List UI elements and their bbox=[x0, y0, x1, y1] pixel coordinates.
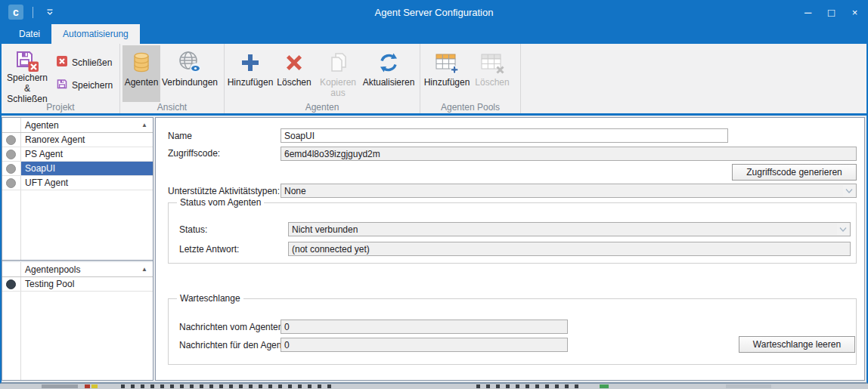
clear-queue-button[interactable]: Warteschlange leeren bbox=[739, 336, 855, 353]
ribbon-group-label: Ansicht bbox=[120, 102, 224, 113]
pools-list-header[interactable]: Agentenpools ▲ bbox=[2, 262, 153, 277]
groupbox-title: Status vom Agenten bbox=[177, 197, 264, 208]
close-button[interactable]: × bbox=[843, 0, 866, 24]
agent-status-dot-icon bbox=[6, 135, 16, 145]
view-connections-button[interactable]: Verbindungen bbox=[160, 45, 219, 102]
list-item-soapui[interactable]: SoapUI bbox=[2, 162, 153, 176]
refresh-icon bbox=[377, 48, 401, 78]
ribbon-group-agenten: Hinzufügen Löschen Kopieren aus bbox=[225, 44, 420, 113]
sort-ascending-icon: ▲ bbox=[141, 266, 147, 273]
database-icon bbox=[129, 48, 153, 78]
ribbon-group-label: Agenten Pools bbox=[420, 102, 520, 113]
status-label: Status: bbox=[179, 224, 207, 235]
agent-delete-button[interactable]: Löschen bbox=[274, 45, 315, 102]
chevron-down-icon bbox=[843, 185, 855, 196]
pool-status-dot-icon bbox=[6, 279, 16, 289]
agent-refresh-button[interactable]: Aktualisieren bbox=[361, 45, 416, 102]
name-input[interactable] bbox=[281, 128, 728, 143]
queue-groupbox: Warteschlange Nachrichten vom Agenten: 0… bbox=[168, 298, 857, 365]
pools-list: Agentenpools ▲ Testing Pool bbox=[2, 262, 153, 380]
agent-status-dot-icon bbox=[6, 150, 16, 159]
ribbon-group-label: Agenten bbox=[225, 102, 420, 113]
pool-add-button[interactable]: Hinzufügen bbox=[423, 45, 471, 102]
groupbox-title: Warteschlange bbox=[177, 293, 243, 304]
accesscode-field: 6emd4l8o39izgjguyd2m bbox=[281, 147, 857, 161]
view-agents-button[interactable]: Agenten bbox=[122, 45, 160, 102]
last-answer-label: Letzte Antwort: bbox=[179, 244, 239, 255]
close-project-icon bbox=[56, 55, 68, 69]
accesscode-label: Zugriffscode: bbox=[168, 148, 220, 159]
ribbon-group-label: Projekt bbox=[2, 102, 119, 113]
window-title: Agent Server Configuration bbox=[2, 0, 866, 24]
background-fragment bbox=[85, 384, 90, 388]
globe-connections-icon bbox=[177, 48, 203, 78]
background-fragment bbox=[91, 384, 98, 388]
title-bar: c Agent Server Configuration ─ □ × bbox=[2, 0, 866, 24]
last-answer-field: (not connected yet) bbox=[288, 242, 851, 256]
sidebar: Agenten ▲ Ranorex Agent PS Agent SoapUI bbox=[2, 117, 153, 381]
background-fragment bbox=[121, 384, 333, 388]
table-add-icon bbox=[434, 48, 460, 78]
background-fragment bbox=[726, 384, 771, 388]
messages-from-agent-field: 0 bbox=[281, 320, 568, 334]
add-plus-icon bbox=[238, 48, 262, 78]
copy-pages-icon bbox=[326, 48, 350, 78]
ribbon-group-projekt: Speichern & Schließen Schließen Speicher… bbox=[2, 44, 120, 113]
app-icon[interactable]: c bbox=[8, 5, 23, 20]
save-and-close-button[interactable]: Speichern & Schließen bbox=[4, 45, 51, 102]
background-window-sliver bbox=[0, 384, 868, 389]
agent-copy-from-button: Kopieren aus bbox=[315, 45, 361, 102]
maximize-button[interactable]: □ bbox=[820, 0, 843, 24]
ribbon: Speichern & Schließen Schließen Speicher… bbox=[2, 44, 866, 116]
qat-separator bbox=[33, 7, 33, 18]
ribbon-tab-row: Datei Automatisierung bbox=[2, 24, 866, 44]
list-item-ranorex-agent[interactable]: Ranorex Agent bbox=[2, 133, 153, 147]
generate-accesscode-button[interactable]: Zugriffscode generieren bbox=[732, 164, 857, 181]
app-window: c Agent Server Configuration ─ □ × Datei… bbox=[0, 0, 868, 384]
chevron-down-icon bbox=[837, 224, 849, 235]
close-project-button[interactable]: Schließen bbox=[54, 54, 115, 71]
save-close-icon bbox=[14, 48, 40, 73]
tab-datei[interactable]: Datei bbox=[8, 24, 51, 44]
agent-status-dot-icon bbox=[6, 178, 16, 188]
projekt-small-buttons: Schließen Speichern bbox=[51, 45, 118, 102]
sort-ascending-icon: ▲ bbox=[141, 122, 147, 128]
messages-from-agent-label: Nachrichten vom Agenten: bbox=[179, 322, 286, 332]
list-item-testing-pool[interactable]: Testing Pool bbox=[2, 277, 153, 292]
table-delete-icon bbox=[479, 48, 505, 78]
list-item-uft-agent[interactable]: UFT Agent bbox=[2, 176, 153, 190]
ribbon-group-agenten-pools: Hinzufügen Löschen Agenten Pools bbox=[420, 44, 521, 113]
messages-for-agent-field: 0 bbox=[281, 338, 568, 352]
tab-automatisierung[interactable]: Automatisierung bbox=[51, 24, 140, 44]
agent-add-button[interactable]: Hinzufügen bbox=[227, 45, 274, 102]
background-fragment bbox=[42, 384, 78, 388]
quick-access-dropdown-icon[interactable] bbox=[42, 3, 57, 21]
agents-list-header[interactable]: Agenten ▲ bbox=[2, 118, 153, 133]
messages-for-agent-label: Nachrichten für den Agenten: bbox=[179, 340, 296, 350]
agent-status-dot-icon bbox=[6, 164, 16, 174]
activity-types-dropdown[interactable]: None bbox=[281, 184, 857, 198]
list-item-ps-agent[interactable]: PS Agent bbox=[2, 147, 153, 162]
activity-types-label: Unterstützte Aktivitätstypen: bbox=[168, 186, 280, 196]
ribbon-group-ansicht: Agenten Verbindungen bbox=[120, 44, 225, 113]
save-icon bbox=[56, 78, 68, 92]
background-fragment bbox=[600, 384, 609, 388]
minimize-button[interactable]: ─ bbox=[796, 0, 820, 24]
window-controls: ─ □ × bbox=[796, 0, 866, 24]
agents-list: Agenten ▲ Ranorex Agent PS Agent SoapUI bbox=[2, 118, 153, 261]
delete-x-icon bbox=[282, 48, 306, 78]
content-area: Agenten ▲ Ranorex Agent PS Agent SoapUI bbox=[2, 116, 866, 381]
save-project-button[interactable]: Speichern bbox=[54, 76, 115, 94]
name-label: Name bbox=[168, 131, 192, 141]
status-dropdown: Nicht verbunden bbox=[288, 222, 851, 236]
agent-detail-panel: Name Zugriffscode: 6emd4l8o39izgjguyd2m … bbox=[155, 117, 865, 381]
pool-delete-button: Löschen bbox=[471, 45, 513, 102]
background-fragment bbox=[476, 384, 582, 388]
agent-status-groupbox: Status vom Agenten Status: Nicht verbund… bbox=[168, 202, 857, 264]
